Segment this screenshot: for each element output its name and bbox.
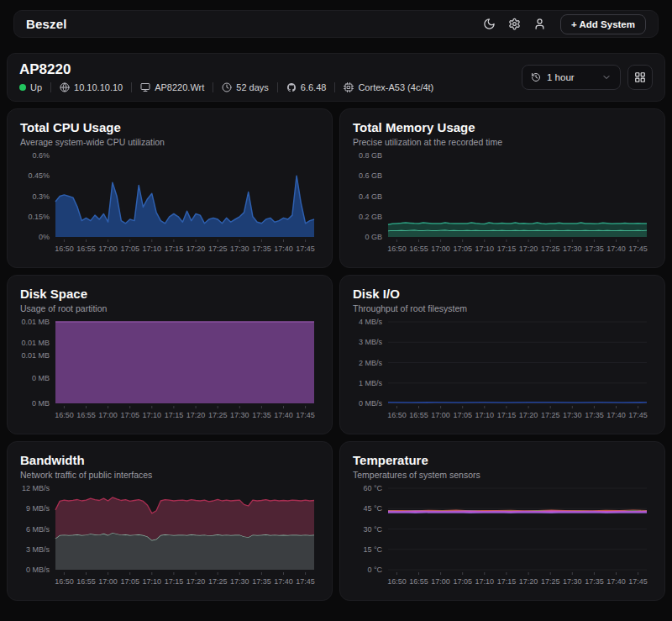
svg-text:17:25: 17:25 [541,577,560,586]
system-hostname: AP8220.Wrt [131,82,213,92]
svg-text:17:35: 17:35 [585,577,604,586]
grid-view-button[interactable] [627,65,653,90]
svg-text:17:35: 17:35 [585,245,604,253]
svg-text:0.6 GB: 0.6 GB [359,171,382,180]
svg-text:4 MB/s: 4 MB/s [359,318,383,326]
svg-text:17:05: 17:05 [120,411,139,419]
chart-svg: 0 MB0 MB0.01 MB0.01 MB0.01 MB16:5016:551… [20,318,319,427]
svg-text:16:50: 16:50 [55,245,74,253]
chart-subtitle: Usage of root partition [20,303,319,313]
chart-card-disk-io: Disk I/O Throughput of root filesystem 0… [339,275,665,434]
chart-subtitle: Temperatures of system sensors [353,470,652,480]
system-ip: 10.10.10.10 [50,82,131,92]
history-icon [531,72,541,82]
status-label: Up [30,82,42,92]
svg-text:0.01 MB: 0.01 MB [21,351,50,360]
svg-text:16:55: 16:55 [409,411,428,419]
svg-text:17:25: 17:25 [208,577,228,586]
svg-text:16:50: 16:50 [387,411,407,419]
time-range-select[interactable]: 1 hour [522,65,621,90]
chart-subtitle: Precise utilization at the recorded time [353,137,652,147]
chart-title: Disk I/O [353,287,652,301]
svg-text:15 °C: 15 °C [363,545,382,554]
svg-text:6 MB/s: 6 MB/s [26,525,50,534]
chart-subtitle: Network traffic of public interfaces [20,470,319,480]
svg-text:17:40: 17:40 [274,577,293,586]
svg-text:0.45%: 0.45% [28,171,50,180]
svg-text:17:20: 17:20 [186,411,206,419]
svg-text:17:45: 17:45 [296,411,315,419]
svg-text:17:20: 17:20 [519,245,538,253]
svg-text:16:50: 16:50 [387,245,407,253]
svg-text:17:25: 17:25 [208,411,228,419]
navbar-actions: + Add System [478,13,646,35]
chart-subtitle: Throughput of root filesystem [353,303,652,313]
temperature-chart[interactable]: 0 °C15 °C30 °C45 °C60 °C16:5016:5517:001… [353,484,652,597]
system-header: AP8220 Up 10.10.10.10 AP8220.Wrt 52 days… [7,53,665,102]
memory-usage-chart[interactable]: 0 GB0.2 GB0.4 GB0.6 GB0.8 GB16:5016:5517… [353,151,652,264]
svg-text:16:55: 16:55 [76,577,96,586]
clock-icon [222,82,232,92]
svg-text:3 MB/s: 3 MB/s [359,338,383,346]
svg-text:17:15: 17:15 [165,411,184,419]
chart-title: Bandwidth [20,453,319,467]
chart-card-cpu: Total CPU Usage Average system-wide CPU … [7,108,333,268]
svg-text:17:20: 17:20 [519,411,538,419]
svg-text:17:30: 17:30 [230,577,249,586]
svg-text:17:35: 17:35 [252,411,271,419]
svg-text:17:25: 17:25 [541,411,560,419]
svg-text:16:55: 16:55 [76,245,96,253]
chart-title: Disk Space [20,287,319,301]
charts-grid: Total CPU Usage Average system-wide CPU … [7,108,665,601]
svg-text:17:05: 17:05 [453,577,472,586]
svg-text:17:45: 17:45 [628,577,648,586]
chart-card-bandwidth: Bandwidth Network traffic of public inte… [7,441,333,601]
svg-text:0.8 GB: 0.8 GB [359,151,382,160]
svg-text:0 MB/s: 0 MB/s [26,566,50,574]
svg-text:17:10: 17:10 [143,245,162,253]
svg-text:17:15: 17:15 [165,577,184,586]
svg-text:17:30: 17:30 [230,245,249,253]
disk-io-chart[interactable]: 0 MB/s1 MB/s2 MB/s3 MB/s4 MB/s16:5016:55… [353,318,652,430]
svg-text:17:00: 17:00 [431,245,450,253]
status-dot [19,84,26,91]
svg-text:17:00: 17:00 [431,577,450,586]
chart-svg: 0 MB/s3 MB/s6 MB/s9 MB/s12 MB/s16:5016:5… [20,484,319,593]
cpu-usage-chart[interactable]: 0%0.15%0.3%0.45%0.6%16:5016:5517:0017:05… [20,151,319,264]
svg-text:30 °C: 30 °C [363,525,382,534]
chart-svg: 0%0.15%0.3%0.45%0.6%16:5016:5517:0017:05… [20,151,319,261]
svg-text:0.4 GB: 0.4 GB [359,192,382,201]
time-range-value: 1 hour [547,72,575,82]
svg-text:45 °C: 45 °C [363,504,382,513]
svg-text:17:00: 17:00 [431,411,450,419]
svg-text:17:05: 17:05 [453,245,472,253]
svg-text:17:10: 17:10 [475,245,495,253]
settings-button[interactable] [503,13,525,35]
system-uptime: 52 days [213,82,277,92]
app-logo[interactable]: Beszel [26,17,67,31]
svg-text:17:40: 17:40 [606,577,626,586]
svg-text:17:40: 17:40 [274,245,293,253]
disk-space-chart[interactable]: 0 MB0 MB0.01 MB0.01 MB0.01 MB16:5016:551… [20,318,319,430]
bandwidth-chart[interactable]: 0 MB/s3 MB/s6 MB/s9 MB/s12 MB/s16:5016:5… [20,484,319,597]
chart-card-disk-space: Disk Space Usage of root partition 0 MB0… [7,275,333,434]
chart-svg: 0 °C15 °C30 °C45 °C60 °C16:5016:5517:001… [353,484,652,593]
svg-text:16:50: 16:50 [55,411,74,419]
svg-text:0.01 MB: 0.01 MB [21,339,50,347]
svg-text:17:40: 17:40 [606,411,626,419]
svg-text:0 MB/s: 0 MB/s [359,399,383,408]
svg-text:0.15%: 0.15% [28,213,50,221]
svg-text:12 MB/s: 12 MB/s [22,484,50,492]
svg-text:17:40: 17:40 [274,411,293,419]
svg-text:17:10: 17:10 [475,411,495,419]
globe-icon [60,82,70,92]
theme-toggle-button[interactable] [478,13,500,35]
add-system-button[interactable]: + Add System [560,14,646,34]
svg-text:17:10: 17:10 [143,411,162,419]
svg-text:17:30: 17:30 [563,577,582,586]
user-icon [533,18,546,30]
svg-text:17:05: 17:05 [453,411,472,419]
cpu-icon [344,82,354,92]
chart-svg: 0 MB/s1 MB/s2 MB/s3 MB/s4 MB/s16:5016:55… [353,318,652,427]
user-button[interactable] [528,13,550,35]
